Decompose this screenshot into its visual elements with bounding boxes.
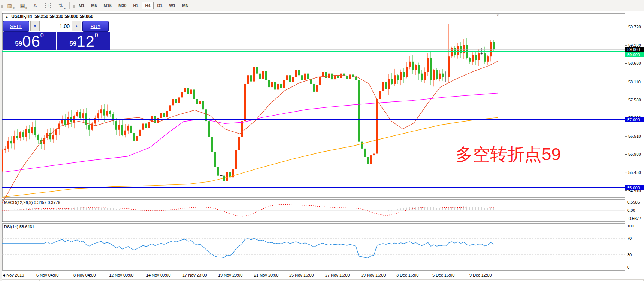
candle xyxy=(406,67,408,77)
candle xyxy=(133,133,135,141)
candle xyxy=(202,101,204,109)
candle xyxy=(262,71,264,79)
candle xyxy=(469,58,471,62)
candle xyxy=(118,125,120,130)
tf-button-M5[interactable]: M5 xyxy=(88,2,100,9)
tf-button-M1[interactable]: M1 xyxy=(76,2,87,9)
candle xyxy=(271,82,273,87)
candle xyxy=(10,141,12,143)
candle xyxy=(433,70,435,80)
price-badge-label: 59.060 xyxy=(627,47,640,52)
candle xyxy=(355,77,357,80)
volume-input[interactable] xyxy=(40,21,72,31)
candle xyxy=(400,72,402,80)
candle xyxy=(19,132,21,138)
text-box-icon[interactable]: T xyxy=(43,1,53,10)
candle xyxy=(166,111,168,117)
ask-prefix: 59 xyxy=(69,40,76,47)
candle xyxy=(475,55,477,60)
chart-tab-2[interactable] xyxy=(40,280,643,281)
candle xyxy=(322,72,324,77)
candle xyxy=(100,109,102,113)
price-badge-label: 55.000 xyxy=(627,186,640,190)
volume-increase-button[interactable]: ▲ xyxy=(72,21,81,31)
candle xyxy=(253,67,255,81)
time-axis-label: 17 Nov 23:00 xyxy=(182,273,207,277)
chart-tab[interactable] xyxy=(1,280,39,281)
candle xyxy=(439,74,441,79)
tf-button-W1[interactable]: W1 xyxy=(166,2,179,9)
candle xyxy=(22,132,24,137)
candle xyxy=(373,154,375,156)
candle xyxy=(109,111,111,114)
candle xyxy=(349,74,351,79)
tf-button-M30[interactable]: M30 xyxy=(115,2,129,9)
candle xyxy=(304,74,306,80)
candle xyxy=(187,88,189,94)
rsi-scale-label: 70 xyxy=(627,236,632,241)
autoscroll-marker-icon: ▼ xyxy=(496,13,499,17)
candle xyxy=(259,74,261,79)
candle xyxy=(391,79,393,84)
price-tick-label: 58.110 xyxy=(628,80,641,84)
tf-button-M15[interactable]: M15 xyxy=(101,2,115,9)
candle xyxy=(415,65,417,70)
price-tick-label: 55.450 xyxy=(628,170,641,175)
time-axis-label: 25 Nov 16:00 xyxy=(289,273,314,277)
candle xyxy=(325,72,327,78)
candle xyxy=(106,111,108,116)
indicator-grid-icon[interactable]: ▦F xyxy=(18,1,27,10)
tf-button-MN[interactable]: MN xyxy=(179,2,191,9)
bid-sup: 0 xyxy=(40,33,44,39)
candle xyxy=(160,113,162,118)
candle xyxy=(361,142,363,149)
chart-tab-bar xyxy=(0,279,644,281)
time-axis-label: 27 Nov 16:00 xyxy=(325,273,350,277)
time-axis-label: 5 Dec 16:00 xyxy=(432,273,454,277)
buy-button[interactable]: BUY xyxy=(82,21,109,32)
candle xyxy=(478,53,480,60)
candle xyxy=(334,75,336,79)
candle xyxy=(358,80,360,142)
toolbar-separator xyxy=(69,2,70,9)
candle xyxy=(196,99,198,104)
cursor-mode-icon[interactable]: ⇅▾ xyxy=(56,1,66,10)
candle xyxy=(346,76,348,79)
candle xyxy=(280,84,282,88)
collapse-arrow-icon[interactable]: ▲ xyxy=(5,15,9,19)
candle xyxy=(4,149,6,150)
candle xyxy=(403,72,405,77)
tf-button-H1[interactable]: H1 xyxy=(130,2,141,9)
tf-button-H4[interactable]: H4 xyxy=(142,2,153,9)
candle xyxy=(316,85,318,92)
candle xyxy=(97,113,99,118)
symbol-label: USOil-,H4 xyxy=(11,14,32,19)
bid-price-display[interactable]: 59 06 0 xyxy=(3,32,56,50)
candle xyxy=(430,58,432,80)
candle xyxy=(418,65,420,74)
ma-fast-red xyxy=(2,61,498,203)
candle xyxy=(277,84,279,89)
indicator-list-icon[interactable]: ▨E xyxy=(5,1,15,10)
candle xyxy=(376,99,378,154)
candle xyxy=(286,75,288,80)
candle xyxy=(493,42,495,49)
candle xyxy=(268,80,270,87)
candle xyxy=(7,141,9,149)
sell-button[interactable]: SELL xyxy=(3,21,29,32)
window-left-frame-line xyxy=(2,11,2,281)
tf-button-D1[interactable]: D1 xyxy=(154,2,166,9)
candle xyxy=(283,80,285,88)
time-axis-label: 14 Nov 00:00 xyxy=(146,273,170,277)
candle xyxy=(31,127,33,133)
time-axis-label: 4 Nov 2019 xyxy=(3,273,24,277)
candle xyxy=(82,113,84,118)
volume-decrease-button[interactable]: ▼ xyxy=(30,21,40,31)
candle xyxy=(250,75,252,81)
ask-price-display[interactable]: 59 12 0 xyxy=(57,32,110,50)
candle xyxy=(340,74,342,78)
text-label-icon[interactable]: A xyxy=(30,1,40,10)
candle xyxy=(457,46,459,55)
time-axis-label: 6 Nov 04:00 xyxy=(36,273,58,277)
candle xyxy=(412,62,414,70)
